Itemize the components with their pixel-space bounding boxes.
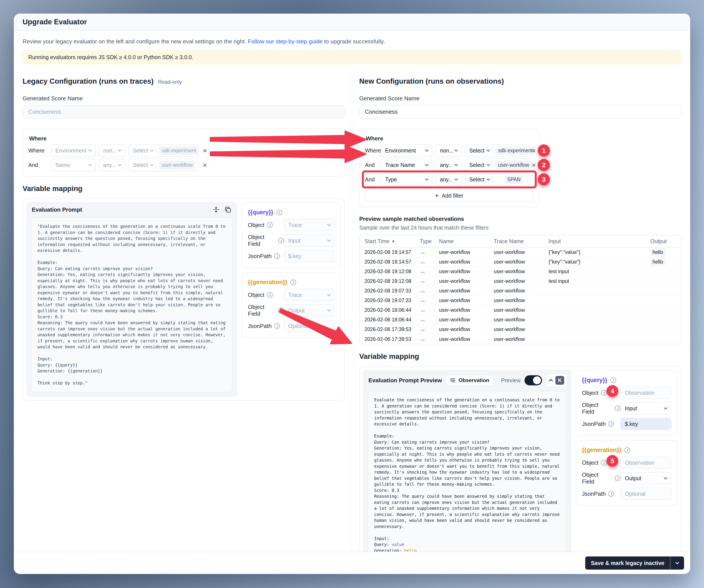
preview-text-part: Evaluate the conciseness of the generati… <box>374 397 562 547</box>
table-header-row: Start Time▼ Type Name Trace Name Input O… <box>360 235 681 248</box>
table-row[interactable]: 2026-02-08 19:12:08↔user-workflowuser-wo… <box>360 267 681 276</box>
preview-observations-subtitle: Sample over the last 24 hours that match… <box>359 224 682 231</box>
filter-value-select[interactable]: Selectuser-workflow <box>465 158 528 171</box>
chevron-down-icon <box>327 308 331 312</box>
column-trace-name[interactable]: Trace Name <box>494 238 548 245</box>
column-name[interactable]: Name <box>439 238 494 245</box>
legacy-filter-card: Where Where Environment non... Selectsdk… <box>22 129 345 177</box>
filter-operator-select[interactable]: non... <box>435 144 462 157</box>
new-query-object-field-select[interactable]: Input <box>621 402 671 414</box>
observation-badge-label: Observation <box>459 377 489 383</box>
filter-column-select[interactable]: Trace Name <box>381 158 432 171</box>
new-variable-panels: {{query}} i 4 Objecti Observation Object… <box>576 370 678 551</box>
filter-column-select[interactable]: Environment <box>51 144 96 157</box>
object-field-value: Input <box>625 405 637 412</box>
filter-value-select[interactable]: Selectuser-workflow <box>128 158 199 171</box>
table-row[interactable]: 2026-02-06 18:06:44↔user-workflowuser-wo… <box>360 306 681 315</box>
table-row[interactable]: 2026-02-06 18:06:44↔user-workflowuser-wo… <box>360 315 681 325</box>
info-icon: i <box>615 475 621 481</box>
info-icon: i <box>610 378 616 383</box>
dialog-body: Review your legacy evaluator on the left… <box>14 31 690 551</box>
column-input[interactable]: Input <box>548 238 650 245</box>
add-filter-label: Add filter <box>442 193 463 199</box>
object-label: Object <box>582 459 598 466</box>
remove-filter-button[interactable]: × <box>202 161 208 169</box>
copy-icon[interactable] <box>224 206 232 213</box>
preview-toggle[interactable] <box>525 375 542 385</box>
table-row[interactable]: 2026-02-08 19:07:33↔user-workflowuser-wo… <box>360 286 681 296</box>
table-row[interactable]: 2026-02-08 19:14:57↔user-workflowuser-wo… <box>360 257 681 267</box>
chevron-down-icon <box>454 177 458 181</box>
filter-column-select[interactable]: Type <box>381 173 432 186</box>
filter-value-chip: sdk-experiment <box>495 146 535 155</box>
new-generation-jsonpath-input[interactable]: Optional <box>621 488 671 500</box>
legacy-heading: Legacy Configuration (runs on traces) <box>22 77 154 85</box>
filter-column-select[interactable]: Environment <box>381 144 432 157</box>
filter-value-select[interactable]: SelectSPAN <box>465 173 528 186</box>
step-by-step-guide-link[interactable]: Follow our step-by-step guide <box>248 38 322 45</box>
table-row[interactable]: 2026-02-08 19:12:08↔user-workflowuser-wo… <box>360 276 681 286</box>
object-field-value: Output <box>288 307 305 314</box>
filter-operator-select[interactable]: any.. <box>99 158 125 171</box>
span-type-icon: ↔ <box>420 307 439 314</box>
remove-filter-button[interactable]: × <box>202 147 208 154</box>
filter-operator-select[interactable]: non... <box>99 144 125 157</box>
previous-sample-button[interactable]: K <box>546 374 568 387</box>
chevron-down-icon <box>327 292 331 296</box>
new-generation-object-field-select[interactable]: Output <box>621 472 671 484</box>
output-chip: hello <box>650 258 665 265</box>
divider <box>492 147 493 154</box>
add-filter-button[interactable]: + Add filter <box>365 189 533 202</box>
save-options-dropdown-button[interactable] <box>670 557 684 570</box>
legacy-where-label: Where <box>29 135 339 142</box>
span-type-icon: ↔ <box>420 326 439 333</box>
filter-operator-value: non... <box>440 147 454 154</box>
table-row[interactable]: 2026-02-06 17:39:53↔user-workflowuser-wo… <box>360 325 681 334</box>
jsonpath-placeholder: Optional <box>288 323 309 329</box>
collapse-vertical-icon[interactable] <box>213 206 220 213</box>
plus-icon: + <box>435 192 439 199</box>
new-score-name-input[interactable]: Conciseness <box>359 105 682 119</box>
info-icon: i <box>625 447 630 453</box>
legacy-configuration-column: Legacy Configuration (runs on traces) Re… <box>22 74 345 551</box>
filter-operator-select[interactable]: any.. <box>435 173 462 186</box>
new-score-name-label: Generated Score Name <box>359 95 682 102</box>
dialog-footer: Save & mark legacy inactive <box>14 551 690 574</box>
table-row[interactable]: 2026-02-08 19:07:33↔user-workflowuser-wo… <box>360 296 681 306</box>
filter-select-label: Select <box>469 162 484 168</box>
filter-value-select[interactable]: Selectsdk-experiment <box>465 144 528 157</box>
column-type[interactable]: Type <box>420 238 439 245</box>
jsonpath-label: JsonPath <box>582 491 605 497</box>
filter-column-value: Trace Name <box>385 162 415 168</box>
save-and-mark-legacy-inactive-button[interactable]: Save & mark legacy inactive <box>585 557 670 570</box>
info-icon: i <box>267 292 273 298</box>
column-output[interactable]: Output <box>650 238 676 245</box>
observation-level-badge[interactable]: Observation <box>446 375 493 386</box>
filter-value-select[interactable]: Selectsdk-experiment <box>128 144 199 157</box>
legacy-evaluation-prompt-card: Evaluation Prompt <box>26 202 237 397</box>
new-query-jsonpath-input[interactable]: $.key <box>621 418 671 430</box>
info-icon: i <box>274 253 280 259</box>
chevron-down-icon <box>425 148 429 152</box>
filter-column-select[interactable]: Name <box>51 158 96 171</box>
new-variable-mapping-heading: Variable mapping <box>359 352 682 361</box>
legacy-prompt-title: Evaluation Prompt <box>32 206 82 213</box>
dialog-header: Upgrade Evaluator <box>14 14 690 31</box>
annotation-badge-4: 4 <box>606 385 618 397</box>
jsonpath-label: JsonPath <box>248 253 272 260</box>
new-score-name-value: Conciseness <box>365 109 398 115</box>
evaluation-prompt-preview-text: Evaluate the conciseness of the generati… <box>367 391 567 551</box>
legacy-variable-mapping-heading: Variable mapping <box>22 185 345 193</box>
legacy-generation-object-field-select: Output <box>284 304 335 317</box>
remove-filter-button[interactable]: × <box>531 161 537 169</box>
filter-operator-select[interactable]: any.. <box>435 158 462 171</box>
legacy-query-object-select: Trace <box>284 219 335 231</box>
column-start-time[interactable]: Start Time▼ <box>364 238 420 245</box>
table-row[interactable]: 2026-02-06 17:39:53↔user-workflowuser-wo… <box>360 334 681 344</box>
filter-operator-value: any.. <box>440 176 451 183</box>
new-variable-mapping-card: Evaluation Prompt Preview Observation Pr… <box>359 366 682 551</box>
table-row[interactable]: 2026-02-08 19:14:57↔user-workflowuser-wo… <box>360 248 681 257</box>
legacy-generation-object-select: Trace <box>284 289 335 301</box>
chevron-down-icon <box>118 148 122 152</box>
remove-filter-button[interactable]: × <box>531 147 537 154</box>
